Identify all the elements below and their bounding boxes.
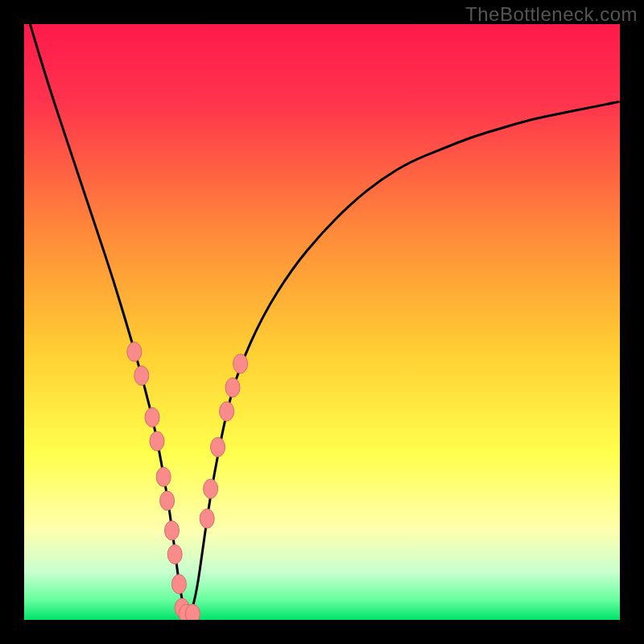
watermark-text: TheBottleneck.com [465, 3, 638, 26]
marker-dot [134, 366, 149, 386]
marker-dot [167, 545, 182, 564]
marker-dot [211, 437, 225, 456]
marker-dot [185, 605, 200, 620]
marker-dot [171, 575, 186, 594]
marker-dot [220, 402, 234, 421]
chart-frame: TheBottleneck.com [0, 0, 644, 644]
marker-dot [233, 354, 248, 374]
marker-dot [225, 378, 240, 397]
bottleneck-curve [30, 24, 620, 614]
marker-dot [127, 342, 142, 361]
marker-dot [204, 479, 218, 498]
marker-dot [156, 467, 171, 486]
plot-area [24, 24, 620, 620]
marker-dot [200, 509, 214, 528]
marker-dot [160, 491, 175, 510]
curve-overlay [24, 24, 620, 620]
marker-dot [150, 431, 164, 451]
data-markers [127, 342, 248, 620]
marker-dot [145, 407, 159, 427]
marker-dot [165, 521, 180, 540]
